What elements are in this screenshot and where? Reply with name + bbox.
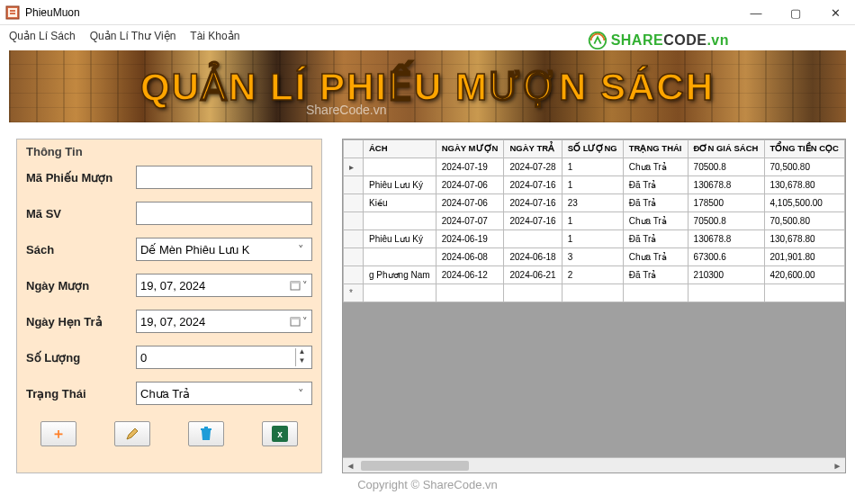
cell-ngaytra[interactable]	[504, 230, 562, 248]
datepicker-ngayhentra-value: 19, 07, 2024	[140, 315, 205, 328]
row-selector[interactable]: ▸	[344, 158, 364, 176]
logo-share: SHARE	[611, 32, 664, 48]
cell-soluong[interactable]: 1	[562, 176, 623, 194]
cell-ngaymuon[interactable]: 2024-07-19	[436, 158, 504, 176]
cell-trangthai[interactable]: Đã Trả	[623, 176, 688, 194]
cell-tong[interactable]: 420,600.00	[764, 266, 845, 284]
cell-dongia[interactable]: 210300	[688, 266, 764, 284]
cell-soluong[interactable]: 1	[562, 230, 623, 248]
cell-trangthai[interactable]: Chưa Trả	[623, 158, 688, 176]
cell-tong[interactable]: 70,500.80	[764, 158, 845, 176]
col-trangthai[interactable]: TRẠNG THÁI	[623, 140, 688, 158]
menu-quan-li-thu-vien[interactable]: Quản Lí Thư Viện	[90, 30, 176, 42]
col-ngaymuon[interactable]: NGÀY MƯỢN	[436, 140, 504, 158]
row-selector[interactable]	[344, 212, 364, 230]
cell-dongia[interactable]: 67300.6	[688, 248, 764, 266]
row-selector[interactable]	[344, 266, 364, 284]
cell-trangthai[interactable]: Chưa Trả	[623, 248, 688, 266]
label-maphieu: Mã Phiếu Mượn	[26, 171, 136, 184]
datepicker-ngaymuon[interactable]: 19, 07, 2024 ˅	[136, 274, 312, 297]
cell-trangthai[interactable]: Chưa Trả	[623, 212, 688, 230]
table-row[interactable]: Kiều2024-07-062024-07-1623Đã Trả1785004,…	[344, 194, 845, 212]
cell-soluong[interactable]: 3	[562, 248, 623, 266]
row-selector[interactable]	[344, 230, 364, 248]
cell-ngaymuon[interactable]: 2024-07-06	[436, 194, 504, 212]
col-rowheader[interactable]	[344, 140, 364, 158]
close-button[interactable]: ✕	[815, 0, 855, 25]
cell-sach[interactable]: Phiêu Lưu Ký	[364, 176, 436, 194]
cell-ngaytra[interactable]: 2024-06-18	[504, 248, 562, 266]
cell-tong[interactable]: 130,678.80	[764, 230, 845, 248]
cell-ngaymuon[interactable]: 2024-07-07	[436, 212, 504, 230]
table-row[interactable]: Phiêu Lưu Ký2024-07-062024-07-161Đã Trả1…	[344, 176, 845, 194]
input-masv[interactable]	[136, 202, 312, 225]
add-button[interactable]: ＋	[40, 421, 76, 446]
cell-ngaytra[interactable]: 2024-07-16	[504, 212, 562, 230]
col-ngaytra[interactable]: NGÀY TRẢ	[504, 140, 562, 158]
cell-ngaymuon[interactable]: 2024-07-06	[436, 176, 504, 194]
cell-tong[interactable]: 130,678.80	[764, 176, 845, 194]
row-selector[interactable]	[344, 176, 364, 194]
input-maphieu[interactable]	[136, 166, 312, 189]
cell-soluong[interactable]: 1	[562, 212, 623, 230]
svg-rect-9	[204, 427, 208, 428]
cell-sach[interactable]	[364, 212, 436, 230]
table-row[interactable]: 2024-06-082024-06-183Chưa Trả67300.6201,…	[344, 248, 845, 266]
cell-dongia[interactable]: 130678.8	[688, 176, 764, 194]
table-row[interactable]: Phiêu Lưu Ký2024-06-191Đã Trả130678.8130…	[344, 230, 845, 248]
spinner-soluong[interactable]: 0 ▲▼	[136, 346, 312, 369]
cell-ngaymuon[interactable]: 2024-06-12	[436, 266, 504, 284]
export-excel-button[interactable]: x	[262, 421, 298, 446]
maximize-button[interactable]: ▢	[776, 0, 815, 25]
scroll-right-arrow-icon[interactable]: ►	[830, 458, 845, 473]
cell-dongia[interactable]: 70500.8	[688, 158, 764, 176]
cell-ngaymuon[interactable]: 2024-06-08	[436, 248, 504, 266]
edit-button[interactable]	[114, 421, 150, 446]
cell-trangthai[interactable]: Đã Trả	[623, 194, 688, 212]
menu-quan-li-sach[interactable]: Quản Lí Sách	[9, 30, 76, 42]
menu-tai-khoan[interactable]: Tài Khoản	[190, 30, 239, 42]
datepicker-ngayhentra[interactable]: 19, 07, 2024 ˅	[136, 310, 312, 333]
cell-sach[interactable]	[364, 248, 436, 266]
cell-ngaytra[interactable]: 2024-07-28	[504, 158, 562, 176]
horizontal-scrollbar[interactable]: ◄ ►	[343, 457, 845, 472]
cell-trangthai[interactable]: Đã Trả	[623, 266, 688, 284]
cell-sach[interactable]: Phiêu Lưu Ký	[364, 230, 436, 248]
col-sach[interactable]: ÁCH	[364, 140, 436, 158]
cell-ngaytra[interactable]: 2024-07-16	[504, 176, 562, 194]
col-soluong[interactable]: SỐ LƯỢNG	[562, 140, 623, 158]
select-sach[interactable]: Dế Mèn Phiêu Lưu K ˅	[136, 238, 312, 261]
cell-trangthai[interactable]: Đã Trả	[623, 230, 688, 248]
row-selector[interactable]	[344, 194, 364, 212]
scroll-left-arrow-icon[interactable]: ◄	[343, 458, 358, 473]
cell-sach[interactable]	[364, 158, 436, 176]
col-dongia[interactable]: ĐƠN GIÁ SÁCH	[688, 140, 764, 158]
data-grid[interactable]: ÁCH NGÀY MƯỢN NGÀY TRẢ SỐ LƯỢNG TRẠNG TH…	[342, 139, 846, 473]
cell-dongia[interactable]: 130678.8	[688, 230, 764, 248]
new-row-selector[interactable]: *	[344, 284, 364, 302]
cell-tong[interactable]: 70,500.80	[764, 212, 845, 230]
cell-ngaytra[interactable]: 2024-06-21	[504, 266, 562, 284]
cell-tong[interactable]: 4,105,500.00	[764, 194, 845, 212]
cell-ngaymuon[interactable]: 2024-06-19	[436, 230, 504, 248]
select-trangthai[interactable]: Chưa Trả ˅	[136, 382, 312, 405]
cell-tong[interactable]: 201,901.80	[764, 248, 845, 266]
cell-sach[interactable]: g Phương Nam	[364, 266, 436, 284]
cell-dongia[interactable]: 178500	[688, 194, 764, 212]
cell-soluong[interactable]: 23	[562, 194, 623, 212]
col-tong[interactable]: TỔNG TIỀN CỌC	[764, 140, 845, 158]
svg-rect-7	[291, 318, 300, 320]
scroll-thumb[interactable]	[361, 461, 469, 471]
cell-sach[interactable]: Kiều	[364, 194, 436, 212]
row-selector[interactable]	[344, 248, 364, 266]
cell-soluong[interactable]: 2	[562, 266, 623, 284]
cell-soluong[interactable]: 1	[562, 158, 623, 176]
cell-ngaytra[interactable]: 2024-07-16	[504, 194, 562, 212]
delete-button[interactable]	[188, 421, 224, 446]
minimize-button[interactable]: —	[736, 0, 776, 25]
cell-dongia[interactable]: 70500.8	[688, 212, 764, 230]
table-row[interactable]: 2024-07-072024-07-161Chưa Trả70500.870,5…	[344, 212, 845, 230]
table-row[interactable]: ▸2024-07-192024-07-281Chưa Trả70500.870,…	[344, 158, 845, 176]
table-row[interactable]: g Phương Nam2024-06-122024-06-212Đã Trả2…	[344, 266, 845, 284]
table-new-row[interactable]: *	[344, 284, 845, 302]
